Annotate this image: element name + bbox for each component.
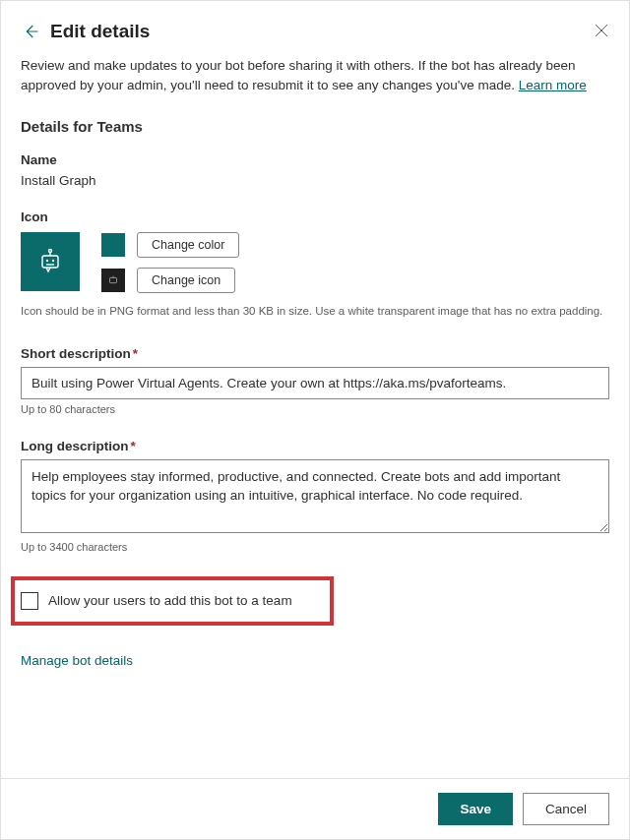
svg-rect-0 bbox=[42, 256, 58, 268]
short-desc-hint: Up to 80 characters bbox=[21, 403, 609, 415]
short-desc-label: Short description* bbox=[21, 346, 609, 361]
cancel-button[interactable]: Cancel bbox=[523, 793, 609, 825]
allow-team-checkbox[interactable] bbox=[21, 592, 38, 610]
save-button[interactable]: Save bbox=[438, 793, 513, 825]
long-desc-hint: Up to 3400 characters bbox=[21, 541, 609, 553]
icon-swatch bbox=[101, 269, 125, 292]
manage-bot-details-link[interactable]: Manage bot details bbox=[21, 653, 133, 668]
long-desc-input[interactable] bbox=[21, 459, 609, 533]
svg-point-3 bbox=[46, 260, 48, 262]
long-desc-label: Long description* bbox=[21, 439, 609, 453]
footer: Save Cancel bbox=[1, 778, 629, 839]
learn-more-link[interactable]: Learn more bbox=[519, 78, 587, 92]
intro-body: Review and make updates to your bot befo… bbox=[21, 58, 576, 92]
svg-rect-6 bbox=[110, 278, 117, 283]
svg-point-2 bbox=[49, 250, 52, 253]
page-title: Edit details bbox=[50, 21, 150, 42]
highlight-annotation: Allow your users to add this bot to a te… bbox=[11, 576, 334, 626]
icon-label: Icon bbox=[21, 210, 609, 224]
change-icon-button[interactable]: Change icon bbox=[137, 268, 235, 293]
section-heading: Details for Teams bbox=[21, 118, 609, 135]
short-desc-input[interactable] bbox=[21, 367, 609, 399]
name-label: Name bbox=[21, 152, 609, 167]
allow-team-label: Allow your users to add this bot to a te… bbox=[48, 593, 292, 608]
svg-point-4 bbox=[52, 260, 54, 262]
change-color-button[interactable]: Change color bbox=[137, 232, 239, 258]
icon-hint: Icon should be in PNG format and less th… bbox=[21, 303, 609, 319]
back-arrow-icon[interactable] bbox=[21, 22, 40, 41]
intro-text: Review and make updates to your bot befo… bbox=[21, 56, 609, 94]
name-value: Install Graph bbox=[21, 173, 609, 188]
color-swatch bbox=[101, 233, 125, 257]
close-icon[interactable] bbox=[594, 23, 609, 38]
bot-icon-preview bbox=[21, 232, 80, 291]
